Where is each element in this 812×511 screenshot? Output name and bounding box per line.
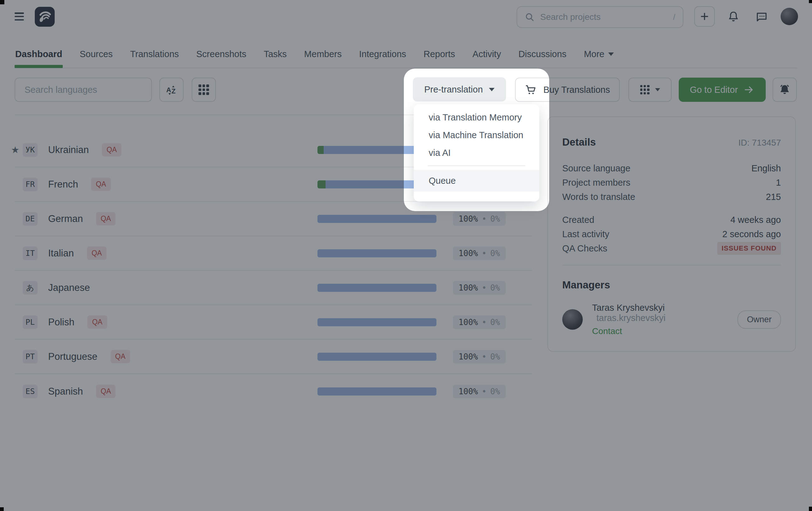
menu-item-via-ai[interactable]: via AI [414,144,539,162]
menu-divider [428,166,525,166]
translation-progress-bar [317,215,436,223]
qa-badge[interactable]: QA [96,385,116,398]
progress-percent-label: 100%•0% [453,212,506,226]
translation-progress-bar [317,249,436,258]
language-name[interactable]: Ukrainian [48,144,89,155]
menu-item-via-machine-translation[interactable]: via Machine Translation [414,126,539,144]
buy-translations-button[interactable]: Buy Translations [515,78,620,102]
language-code-badge: IT [23,246,37,260]
cart-icon [525,84,536,96]
manager-name[interactable]: Taras Kryshevskyi [592,303,665,312]
progress-percent-label: 100%•0% [453,385,506,398]
translation-progress-bar [317,318,436,326]
progress-percent-label: 100%•0% [453,281,506,295]
corner-artifact [0,0,4,4]
bell-icon [727,10,740,23]
tab-screenshots[interactable]: Screenshots [196,43,247,67]
language-code-badge: ES [23,385,37,398]
sort-az-icon: A Z [165,84,178,96]
app-logo[interactable] [35,7,55,27]
language-name[interactable]: Polish [48,317,74,328]
issues-found-badge[interactable]: ISSUES FOUND [717,242,781,255]
tab-more[interactable]: More [583,43,614,67]
translation-progress-bar [317,353,436,361]
pretranslation-button[interactable]: Pre-translation [413,77,506,101]
qa-badge[interactable]: QA [111,350,130,363]
language-row-italian[interactable]: ★ IT Italian QA 100%•0% [14,236,532,271]
menu-item-queue[interactable]: Queue [414,170,539,191]
project-id: ID: 713457 [738,138,781,148]
go-to-editor-label: Go to Editor [690,85,738,95]
crowdin-logo-icon [37,9,53,25]
user-avatar[interactable] [781,8,798,25]
star-icon[interactable]: ★ [9,144,22,155]
corner-artifact [0,507,4,511]
list-view-button[interactable] [192,78,216,102]
project-details-panel: Details ID: 713457 Source languageEnglis… [547,116,796,352]
language-row-portuguese[interactable]: ★ PT Portuguese QA 100%•0% [14,340,532,374]
tab-translations[interactable]: Translations [129,43,179,67]
tab-discussions[interactable]: Discussions [518,43,567,67]
view-switcher-button[interactable] [629,78,672,102]
menu-item-via-translation-memory[interactable]: via Translation Memory [414,109,539,126]
manager-contact-link[interactable]: Contact [592,326,622,336]
qa-badge[interactable]: QA [96,212,116,226]
tab-activity[interactable]: Activity [472,43,502,67]
search-languages-input[interactable]: Search languages [14,78,152,102]
detail-row-project-members: Project members1 [562,175,781,190]
language-name[interactable]: German [48,213,83,224]
detail-row-qa-checks: QA Checks ISSUES FOUND [562,241,781,256]
language-code-badge: DE [23,212,37,226]
search-languages-placeholder: Search languages [25,85,97,95]
progress-percent-label: 100%•0% [453,315,506,329]
create-project-button[interactable] [694,6,715,27]
language-row-polish[interactable]: ★ PL Polish QA 100%•0% [14,305,532,340]
language-row-japanese[interactable]: ★ あ Japanese QA 100%•0% [14,271,532,305]
owner-role-badge[interactable]: Owner [737,310,781,329]
language-code-badge: FR [23,178,37,191]
tab-reports[interactable]: Reports [423,43,456,67]
translation-progress-bar [317,284,436,292]
tab-integrations[interactable]: Integrations [358,43,407,67]
buy-translations-label: Buy Translations [543,85,610,95]
qa-badge[interactable]: QA [91,178,111,191]
language-name[interactable]: Portuguese [48,351,97,362]
chevron-down-icon [608,53,614,56]
manager-avatar[interactable] [562,309,583,330]
arrow-right-icon [743,84,755,95]
plus-icon [699,11,710,22]
subscribe-notifications-button[interactable] [773,78,797,102]
corner-artifact [809,507,812,511]
search-projects-input[interactable]: Search projects / [517,6,684,28]
language-name[interactable]: Japanese [48,282,90,293]
project-nav-tabs: Dashboard Sources Translations Screensho… [14,43,798,68]
tab-dashboard[interactable]: Dashboard [14,43,63,67]
messages-button[interactable] [752,7,772,27]
qa-badge[interactable]: QA [102,143,121,156]
progress-percent-label: 100%•0% [453,246,506,260]
sort-languages-button[interactable]: A Z [160,78,183,102]
tab-tasks[interactable]: Tasks [263,43,287,67]
language-name[interactable]: French [48,179,78,190]
details-title: Details [562,136,596,148]
qa-badge[interactable]: QA [87,315,107,329]
qa-badge[interactable]: QA [87,246,107,260]
manager-username: taras.kryshevskyi [597,313,665,323]
language-row-german[interactable]: ★ DE German QA 100%•0% [14,202,532,236]
divider [562,265,781,265]
svg-text:Z: Z [171,87,175,95]
notifications-button[interactable] [723,7,743,27]
language-row-spanish[interactable]: ★ ES Spanish QA 100%•0% [14,374,532,409]
corner-artifact [809,0,812,3]
go-to-editor-button[interactable]: Go to Editor [679,78,766,102]
hamburger-menu-icon[interactable] [14,12,24,21]
language-name[interactable]: Spanish [48,386,83,397]
search-icon [525,12,534,22]
language-code-badge: УК [23,143,37,157]
tab-members[interactable]: Members [303,43,342,67]
language-name[interactable]: Italian [48,248,74,259]
chevron-down-icon [655,88,660,91]
pretranslation-dropdown-menu: via Translation Memory via Machine Trans… [414,104,539,202]
manager-row: Taras Kryshevskyi taras.kryshevskyi Cont… [562,303,781,336]
tab-sources[interactable]: Sources [79,43,113,67]
